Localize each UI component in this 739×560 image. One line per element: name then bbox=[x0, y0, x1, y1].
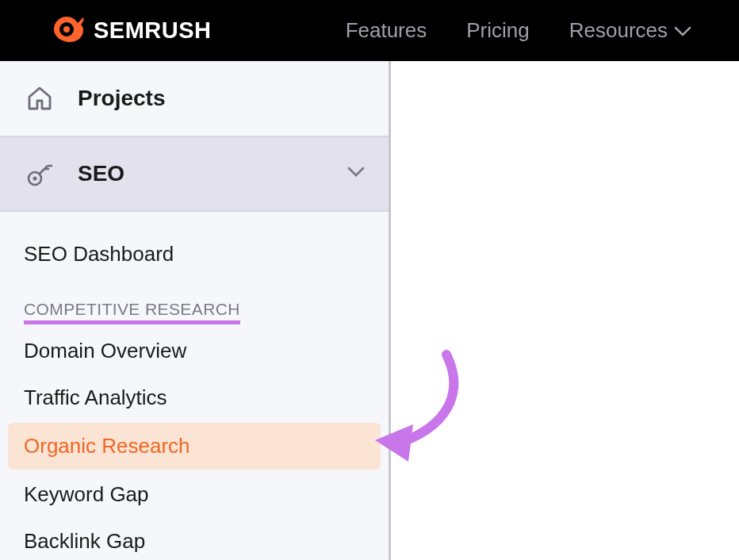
sidebar-item-domain-overview[interactable]: Domain Overview bbox=[24, 328, 365, 374]
seo-submenu: SEO Dashboard COMPETITIVE RESEARCH Domai… bbox=[0, 212, 389, 560]
nav-pricing[interactable]: Pricing bbox=[466, 18, 529, 43]
sidebar-item-label: Organic Research bbox=[24, 434, 190, 458]
svg-point-3 bbox=[33, 177, 37, 181]
brand-name: SEMRUSH bbox=[94, 17, 212, 44]
sidebar-item-backlink-gap[interactable]: Backlink Gap bbox=[24, 518, 365, 560]
sidebar-item-label: Domain Overview bbox=[24, 339, 186, 362]
nav-pricing-label: Pricing bbox=[466, 18, 529, 43]
sidebar-item-traffic-analytics[interactable]: Traffic Analytics bbox=[24, 374, 365, 421]
nav-features-label: Features bbox=[346, 18, 427, 43]
main-content bbox=[391, 61, 739, 560]
sidebar-item-keyword-gap[interactable]: Keyword Gap bbox=[24, 471, 365, 518]
sidebar-item-projects[interactable]: Projects bbox=[0, 61, 389, 136]
svg-point-1 bbox=[63, 26, 70, 33]
annotation-arrow-icon bbox=[359, 347, 478, 477]
nav-resources[interactable]: Resources bbox=[569, 18, 691, 43]
content-wrap: Projects SEO bbox=[0, 61, 739, 560]
sidebar-item-seo[interactable]: SEO bbox=[0, 136, 389, 212]
home-icon bbox=[24, 85, 56, 112]
sidebar-item-organic-research[interactable]: Organic Research bbox=[8, 423, 381, 470]
sidebar-item-label: SEO bbox=[78, 161, 124, 186]
sidebar-item-label: Traffic Analytics bbox=[24, 385, 167, 409]
left-sidebar: Projects SEO bbox=[0, 61, 391, 560]
sidebar-item-label: Projects bbox=[78, 86, 166, 111]
brand-logo[interactable]: SEMRUSH bbox=[48, 10, 212, 52]
top-header: SEMRUSH Features Pricing Resources bbox=[0, 0, 739, 61]
sidebar-item-label: Keyword Gap bbox=[24, 482, 149, 506]
chevron-down-icon bbox=[347, 167, 365, 181]
target-key-icon bbox=[24, 159, 56, 188]
chevron-down-icon bbox=[674, 18, 691, 43]
sidebar-item-seo-dashboard[interactable]: SEO Dashboard bbox=[24, 231, 365, 278]
category-competitive-research: COMPETITIVE RESEARCH bbox=[24, 300, 240, 324]
sidebar-item-label: Backlink Gap bbox=[24, 529, 145, 553]
nav-resources-label: Resources bbox=[569, 18, 668, 43]
semrush-flame-icon bbox=[48, 10, 86, 52]
nav-features[interactable]: Features bbox=[346, 18, 427, 43]
sidebar-item-label: SEO Dashboard bbox=[24, 242, 174, 266]
